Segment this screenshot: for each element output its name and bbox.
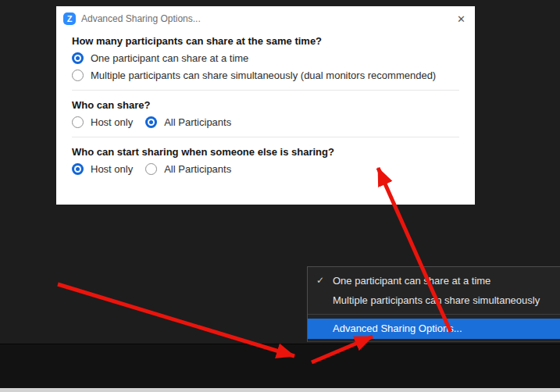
divider	[72, 137, 459, 137]
menu-item-label: Multiple participants can share simultan…	[333, 294, 540, 306]
radio-start-share-all-participants[interactable]	[145, 163, 157, 175]
option-multiple-participants[interactable]: Multiple participants can share simultan…	[72, 69, 459, 81]
option-start-share-all-participants[interactable]: All Participants	[145, 163, 231, 175]
question-who-can-share: Who can share?	[72, 99, 459, 111]
question-who-can-start-sharing: Who can start sharing when someone else …	[72, 146, 459, 158]
menu-separator	[308, 314, 560, 315]
option-label: All Participants	[164, 163, 231, 175]
zoom-logo-icon: Z	[63, 12, 76, 25]
radio-multiple-participants[interactable]	[72, 69, 84, 81]
share-options-context-menu: ✓ One participant can share at a time Mu…	[307, 266, 560, 342]
option-start-share-host-only[interactable]: Host only	[72, 163, 133, 175]
meeting-toolbar: Security 1 Participants	[0, 344, 560, 388]
option-label: One participant can share at a time	[91, 52, 248, 64]
radio-who-share-host-only[interactable]	[72, 116, 84, 128]
radio-who-share-all-participants[interactable]	[145, 116, 157, 128]
menu-item-one-participant[interactable]: ✓ One participant can share at a time	[308, 271, 560, 290]
dialog-title: Advanced Sharing Options...	[81, 13, 201, 24]
radio-start-share-host-only[interactable]	[72, 163, 84, 175]
menu-item-multiple-participants[interactable]: Multiple participants can share simultan…	[308, 290, 560, 310]
option-label: All Participants	[164, 116, 231, 128]
option-label: Host only	[91, 163, 133, 175]
option-label: Host only	[91, 116, 133, 128]
dialog-content: How many participants can share at the s…	[56, 35, 475, 175]
dialog-titlebar[interactable]: Z Advanced Sharing Options... ✕	[56, 6, 475, 28]
option-who-share-all-participants[interactable]: All Participants	[145, 116, 231, 128]
option-one-participant[interactable]: One participant can share at a time	[72, 52, 459, 64]
zoom-meeting-window: Z Advanced Sharing Options... ✕ How many…	[0, 0, 560, 392]
menu-item-advanced-sharing-options[interactable]: Advanced Sharing Options...	[308, 319, 560, 339]
option-who-share-host-only[interactable]: Host only	[72, 116, 133, 128]
checkmark-icon: ✓	[316, 271, 324, 290]
advanced-sharing-options-dialog: Z Advanced Sharing Options... ✕ How many…	[56, 6, 475, 205]
menu-item-label: One participant can share at a time	[333, 275, 490, 287]
menu-item-label: Advanced Sharing Options...	[333, 323, 462, 334]
close-icon[interactable]: ✕	[455, 13, 467, 25]
question-how-many-share: How many participants can share at the s…	[72, 35, 459, 47]
taskbar-edge	[0, 388, 560, 392]
radio-one-participant[interactable]	[72, 52, 84, 64]
divider	[72, 90, 459, 91]
option-label: Multiple participants can share simultan…	[91, 69, 436, 81]
